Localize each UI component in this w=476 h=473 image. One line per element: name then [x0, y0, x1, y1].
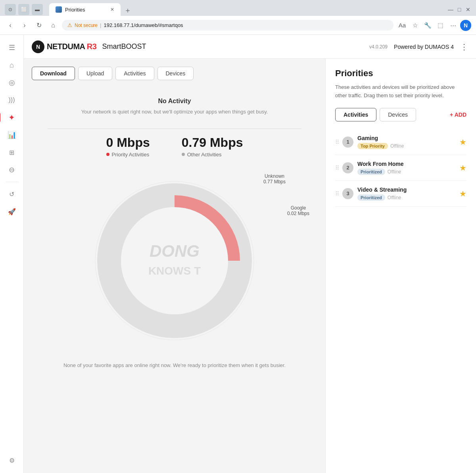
- stats-row: 0 Mbps Priority Activities 0.79 Mbps Oth…: [32, 135, 317, 158]
- priority-badges-3: Prioritized Offline: [357, 194, 455, 201]
- drag-handle-2[interactable]: ⠿: [335, 165, 338, 171]
- version-badge: v4.0.209: [369, 44, 388, 50]
- sidebar-item-location[interactable]: ◎: [4, 75, 20, 90]
- location-icon: ◎: [9, 78, 15, 87]
- app-name: SmartBOOST: [102, 42, 146, 51]
- priority-name-3: Video & Streaming: [357, 187, 455, 193]
- priority-item-1: ⠿ 1 Gaming Top Priority Offline ★: [335, 129, 466, 155]
- donut-chart: DONG KNOWS T: [83, 169, 266, 352]
- stat-priority: 0 Mbps Priority Activities: [106, 135, 150, 158]
- tab-inactive-1[interactable]: ⊙: [5, 4, 16, 15]
- sidebar-item-boost[interactable]: 🚀: [4, 204, 20, 219]
- p-tab-devices[interactable]: Devices: [380, 108, 416, 121]
- stat2-value: 0.79 Mbps: [182, 135, 243, 150]
- no-activity-desc: Your network is quiet right now, but we'…: [32, 108, 317, 116]
- svg-point-5: [121, 207, 228, 314]
- badge-top-priority: Top Priority: [357, 143, 388, 149]
- sidebar-item-settings[interactable]: ⚙: [4, 452, 20, 468]
- sidebar-item-devices[interactable]: ⊞: [4, 144, 20, 160]
- extensions-icon[interactable]: 🔧: [422, 20, 433, 31]
- drag-handle-3[interactable]: ⠿: [335, 190, 338, 197]
- bottom-message: None of your favorite apps are online ri…: [32, 356, 317, 375]
- app-header: N NETDUMA R3 SmartBOOST v4.0.209 Powered…: [24, 35, 476, 59]
- sidebar-item-wifi[interactable]: ))): [4, 92, 20, 108]
- home-icon: ⌂: [10, 61, 14, 69]
- sidebar-item-speed[interactable]: ↺: [4, 186, 20, 202]
- no-activity-title: No Activity: [32, 98, 317, 105]
- tooltip-google-value: 0.02 Mbps: [287, 211, 309, 216]
- not-secure-label: Not secure: [75, 23, 98, 28]
- sidebar: ☰ ⌂ ◎ ))) ✦ 📊 ⊞ ⊖ ↺ 🚀 ⚙: [0, 35, 24, 473]
- home-button[interactable]: ⌂: [48, 20, 59, 31]
- priorities-desc: These activities and devices will be pri…: [335, 83, 466, 100]
- download-tab[interactable]: Download: [32, 67, 75, 80]
- right-panel: Priorities These activities and devices …: [325, 59, 476, 473]
- screenshot-icon[interactable]: ⬚: [435, 20, 446, 31]
- minimize-button[interactable]: —: [447, 6, 454, 13]
- sidebar-item-stats[interactable]: 📊: [4, 127, 20, 143]
- star-3[interactable]: ★: [459, 189, 466, 198]
- back-button[interactable]: ‹: [5, 20, 16, 31]
- browser-tab-active[interactable]: Priorities ✕: [49, 3, 121, 16]
- tab-inactive-2[interactable]: ⬜: [18, 4, 29, 15]
- translate-icon[interactable]: Aa: [397, 20, 408, 31]
- priority-name-1: Gaming: [357, 135, 455, 141]
- main-panel: Download Upload Activities Devices No Ac…: [24, 59, 325, 473]
- drag-handle-1[interactable]: ⠿: [335, 139, 338, 145]
- header-more-icon[interactable]: ⋮: [460, 42, 468, 52]
- stat1-value: 0 Mbps: [106, 135, 150, 150]
- priorities-tab-bar: Activities Devices + ADD: [335, 108, 466, 121]
- stat1-label: Priority Activities: [112, 152, 150, 158]
- tab-inactive-3[interactable]: ▬: [32, 4, 43, 15]
- badge-offline-2: Offline: [388, 169, 401, 175]
- rocket-icon: 🚀: [8, 208, 16, 215]
- upload-tab[interactable]: Upload: [78, 67, 112, 80]
- main-tab-bar: Download Upload Activities Devices: [32, 67, 317, 80]
- priority-badges-1: Top Priority Offline: [357, 143, 455, 149]
- speed-icon: ↺: [9, 190, 14, 198]
- rank-circle-2: 2: [342, 162, 353, 173]
- sidebar-item-home[interactable]: ⌂: [4, 57, 20, 73]
- forward-button[interactable]: ›: [19, 20, 30, 31]
- maximize-button[interactable]: □: [456, 6, 463, 13]
- tooltip-unknown: Unknown 0.77 Mbps: [263, 173, 286, 185]
- logo-text: NETDUMA R3: [47, 42, 96, 51]
- p-tab-activities[interactable]: Activities: [335, 108, 376, 121]
- new-tab-button[interactable]: ＋: [122, 5, 133, 16]
- devices-icon: ⊞: [9, 149, 14, 156]
- powered-by-text: Powered by DUMAOS 4: [394, 44, 454, 50]
- tab-close-icon[interactable]: ✕: [110, 7, 114, 12]
- chart-icon: 📊: [8, 131, 16, 139]
- menu-icon: ☰: [9, 43, 15, 52]
- close-button[interactable]: ✕: [465, 6, 471, 13]
- sidebar-item-blocked[interactable]: ⊖: [4, 162, 20, 178]
- url-display: 192.168.77.1/dumaweb/#smartqos: [104, 22, 183, 28]
- priority-info-3: Video & Streaming Prioritized Offline: [357, 187, 455, 201]
- browser-profile-icon[interactable]: N: [460, 20, 471, 31]
- stat-other: 0.79 Mbps Other Activities: [182, 135, 243, 158]
- activities-tab[interactable]: Activities: [115, 67, 154, 80]
- url-separator: |: [100, 22, 101, 28]
- browser-more-icon[interactable]: ⋯: [447, 20, 459, 31]
- badge-prioritized-3: Prioritized: [357, 194, 385, 201]
- add-button[interactable]: + ADD: [450, 112, 466, 118]
- badge-offline-1: Offline: [390, 143, 404, 149]
- rank-circle-1: 1: [342, 137, 353, 148]
- star-1[interactable]: ★: [459, 137, 466, 147]
- reload-button[interactable]: ↻: [33, 20, 44, 31]
- priorities-title: Priorities: [335, 68, 466, 79]
- devices-tab[interactable]: Devices: [157, 67, 194, 80]
- svg-text:KNOWS T: KNOWS T: [148, 265, 201, 277]
- tooltip-unknown-label: Unknown: [263, 173, 286, 179]
- sidebar-menu-toggle[interactable]: ☰: [4, 40, 20, 56]
- priority-info-1: Gaming Top Priority Offline: [357, 135, 455, 149]
- star-2[interactable]: ★: [459, 163, 466, 173]
- priority-info-2: Work From Home Prioritized Offline: [357, 161, 455, 175]
- priority-name-2: Work From Home: [357, 161, 455, 167]
- address-bar[interactable]: ⚠ Not secure | 192.168.77.1/dumaweb/#sma…: [62, 20, 393, 31]
- sidebar-item-smartboost[interactable]: ✦: [4, 110, 20, 125]
- priority-item-2: ⠿ 2 Work From Home Prioritized Offline ★: [335, 155, 466, 181]
- sidebar-divider: [6, 182, 18, 182]
- stat1-dot: [106, 153, 109, 156]
- bookmark-icon[interactable]: ☆: [409, 20, 420, 31]
